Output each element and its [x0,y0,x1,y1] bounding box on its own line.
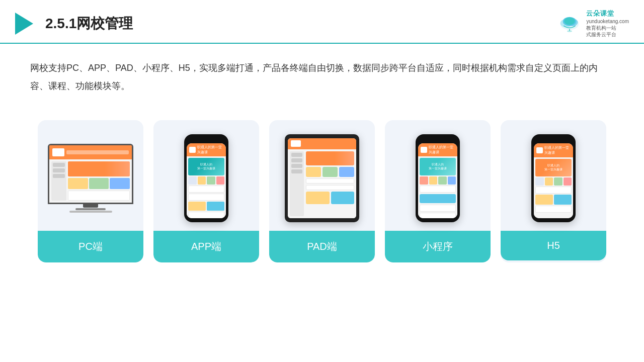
card-label-h5: H5 [501,231,606,260]
card-image-h5: 职通人的第一堂兴趣课 职通人的第一堂兴趣课 [501,120,606,231]
svg-point-4 [565,17,576,25]
play-icon [15,13,33,35]
miniprogram-phone-mockup: 职通人的第一堂兴趣课 职通人的第一堂兴趣课 [416,134,460,222]
title-section: 2.5.1网校管理 [15,13,133,35]
card-label-app: APP端 [153,231,259,262]
page-title: 2.5.1网校管理 [45,14,133,33]
card-image-pc [38,120,143,231]
card-image-app: 职通人的第一堂兴趣课 职通人的第一堂兴趣课 [153,120,259,231]
card-label-pc: PC端 [38,231,143,262]
pc-monitor [48,144,133,213]
h5-phone-mockup: 职通人的第一堂兴趣课 职通人的第一堂兴趣课 [531,134,576,222]
card-label-miniprogram: 小程序 [385,231,491,262]
logo-name: 云朵课堂 [586,9,614,18]
svg-point-6 [567,30,572,32]
card-image-pad [269,120,375,231]
cards-section: PC端 职通人的第一堂兴趣课 职通人的第一堂兴趣课 [0,105,644,273]
card-pad: PAD端 [269,120,375,262]
app-phone-mockup: 职通人的第一堂兴趣课 职通人的第一堂兴趣课 [184,134,228,222]
description-content: 网校支持PC、APP、PAD、小程序、H5，实现多端打通，产品各终端自由切换，数… [30,63,598,91]
monitor-screen [48,144,133,204]
card-image-miniprogram: 职通人的第一堂兴趣课 职通人的第一堂兴趣课 [385,120,491,231]
cloud-logo-icon [557,15,582,33]
card-app: 职通人的第一堂兴趣课 职通人的第一堂兴趣课 [153,120,259,262]
pad-mockup [285,134,359,222]
top-bar: 2.5.1网校管理 云朵课堂 yunduoketang.com 教育机构一站 式… [0,0,644,44]
logo-area: 云朵课堂 yunduoketang.com 教育机构一站 式服务云平台 [557,9,629,38]
card-pc: PC端 [38,120,143,262]
description-text: 网校支持PC、APP、PAD、小程序、H5，实现多端打通，产品各终端自由切换，数… [0,44,644,100]
logo-sub-line2: 式服务云平台 [586,31,616,38]
card-h5: 职通人的第一堂兴趣课 职通人的第一堂兴趣课 [501,120,606,262]
card-miniprogram: 职通人的第一堂兴趣课 职通人的第一堂兴趣课 [385,120,491,262]
logo-sub-line1: 教育机构一站 [586,25,616,31]
logo-domain: yunduoketang.com [586,18,629,25]
logo-text: 云朵课堂 yunduoketang.com 教育机构一站 式服务云平台 [586,9,629,38]
card-label-pad: PAD端 [269,231,375,262]
